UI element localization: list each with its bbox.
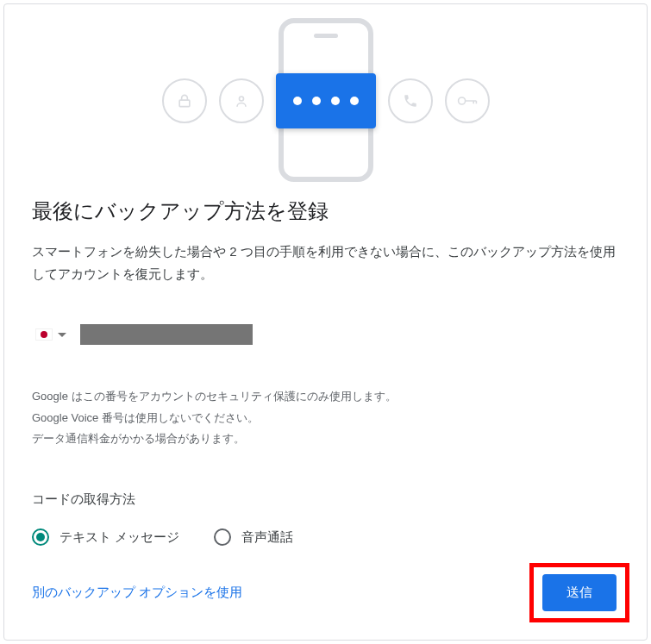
submit-button[interactable]: 送信 <box>542 574 617 611</box>
step-icons-row <box>162 73 490 128</box>
radio-voice-call[interactable]: 音声通話 <box>214 528 293 546</box>
dot-icon <box>350 97 359 105</box>
disclaimer-line: Google はこの番号をアカウントのセキュリティ保護にのみ使用します。 <box>32 386 619 408</box>
flag-japan-icon <box>35 328 53 341</box>
backup-method-card: 最後にバックアップ方法を登録 スマートフォンを紛失した場合や 2 つ目の手順を利… <box>3 3 648 641</box>
disclaimer-line: データ通信料金がかかる場合があります。 <box>32 428 619 450</box>
country-dropdown[interactable] <box>32 325 70 344</box>
dot-icon <box>293 97 302 105</box>
radio-icon <box>32 528 49 546</box>
alt-backup-link[interactable]: 別のバックアップ オプションを使用 <box>32 585 242 601</box>
radio-icon <box>214 528 231 546</box>
radio-text-message[interactable]: テキスト メッセージ <box>32 528 179 546</box>
svg-point-1 <box>239 97 243 101</box>
page-title: 最後にバックアップ方法を登録 <box>32 197 619 225</box>
illustration <box>4 4 647 177</box>
chevron-down-icon <box>58 333 66 337</box>
lock-icon <box>162 78 207 123</box>
phone-input-row: ██████████ <box>32 324 619 345</box>
profile-icon <box>219 78 264 123</box>
submit-highlight-box: 送信 <box>529 563 629 622</box>
radio-label: 音声通話 <box>241 529 293 546</box>
radio-group: テキスト メッセージ 音声通話 <box>32 528 619 546</box>
dot-icon <box>331 97 340 105</box>
phone-call-icon <box>388 78 433 123</box>
description: スマートフォンを紛失した場合や 2 つ目の手順を利用できない場合に、このバックア… <box>32 241 619 284</box>
dot-icon <box>312 97 321 105</box>
footer: 別のバックアップ オプションを使用 送信 <box>32 563 629 622</box>
radio-label: テキスト メッセージ <box>59 529 179 546</box>
phone-number-input[interactable]: ██████████ <box>80 324 253 345</box>
key-icon <box>445 78 490 123</box>
disclaimer-line: Google Voice 番号は使用しないでください。 <box>32 408 619 429</box>
svg-rect-0 <box>179 100 190 107</box>
password-step-active <box>276 73 376 128</box>
code-method-label: コードの取得方法 <box>32 491 619 508</box>
content: 最後にバックアップ方法を登録 スマートフォンを紛失した場合や 2 つ目の手順を利… <box>4 177 647 546</box>
phone-speaker <box>314 34 338 38</box>
disclaimer: Google はこの番号をアカウントのセキュリティ保護にのみ使用します。 Goo… <box>32 386 619 450</box>
svg-point-2 <box>458 97 465 104</box>
